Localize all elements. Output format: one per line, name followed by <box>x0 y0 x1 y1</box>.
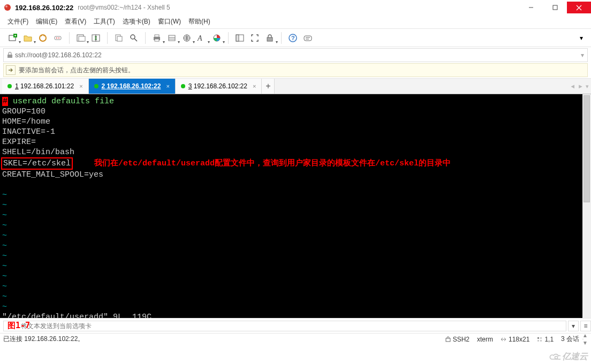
terminal-line: SHELL=/bin/bash <box>2 148 74 157</box>
svg-point-20 <box>131 35 135 39</box>
svg-rect-40 <box>446 338 450 342</box>
language-button[interactable] <box>180 32 193 44</box>
window-title-sub: root@vms002:~/rh124 - Xshell 5 <box>78 4 170 11</box>
help-button[interactable]: ? <box>286 32 299 44</box>
new-session-button[interactable] <box>6 32 19 44</box>
chevron-up-icon[interactable]: ▲ <box>582 333 588 337</box>
tab-close-icon[interactable]: × <box>79 83 82 89</box>
add-tab-button[interactable]: + <box>262 79 275 94</box>
info-bar: 要添加当前会话，点击左侧的箭头按钮。 <box>3 63 588 77</box>
tab-label: 192.168.26.102:22 <box>194 82 247 90</box>
tab-number: 3 <box>188 82 192 90</box>
svg-text:?: ? <box>291 35 295 41</box>
minimize-button[interactable] <box>519 2 543 13</box>
menu-edit[interactable]: 编辑(E) <box>36 17 57 26</box>
status-cursor-pos: 1,1 <box>537 336 554 343</box>
terminal-line: GROUP=100 <box>2 107 46 116</box>
tab-close-icon[interactable]: × <box>253 83 256 89</box>
highlighted-skel-line: SKEL=/etc/skel <box>1 157 73 170</box>
session-tab-3[interactable]: 3 192.168.26.102:22 × <box>176 79 262 94</box>
reconnect-button[interactable] <box>36 32 49 44</box>
svg-rect-16 <box>92 35 96 41</box>
toolbar: A ? ▾ <box>0 29 591 47</box>
menu-tools[interactable]: 工具(T) <box>94 17 115 26</box>
send-options-button[interactable]: ≡ <box>580 321 591 331</box>
status-bar: 已连接 192.168.26.102:22。 SSH2 xterm 118x21… <box>0 333 591 345</box>
terminal-line: CREATE_MAIL_SPOOL=yes <box>2 170 103 179</box>
grid-icon <box>537 337 542 342</box>
session-tab-1[interactable]: 1 192.168.26.101:22 × <box>2 79 89 94</box>
terminal-scrollbar[interactable] <box>582 94 591 318</box>
svg-rect-19 <box>117 36 122 41</box>
tab-label: 192.168.26.102:22 <box>107 82 161 90</box>
terminal-tilde: ~ <box>2 272 7 281</box>
status-size: 118x21 <box>501 336 529 343</box>
window-title-main: 192.168.26.102:22 <box>15 4 73 12</box>
svg-rect-41 <box>537 337 539 339</box>
menu-help[interactable]: 帮助(H) <box>188 17 210 26</box>
svg-rect-33 <box>267 37 272 41</box>
status-dot-icon <box>7 84 12 88</box>
info-bar-text: 要添加当前会话，点击左侧的箭头按钮。 <box>19 66 134 75</box>
address-url: ssh://root@192.168.26.102:22 <box>15 51 102 59</box>
title-bar: 192.168.26.102:22 root@vms002:~/rh124 - … <box>0 0 591 15</box>
terminal-tilde: ~ <box>2 262 7 271</box>
menu-view[interactable]: 查看(V) <box>65 17 86 26</box>
tab-number: 1 <box>15 82 19 90</box>
terminal-tilde: ~ <box>2 221 7 230</box>
copy-button[interactable] <box>112 32 125 44</box>
terminal-tilde: ~ <box>2 241 7 251</box>
color-button[interactable] <box>210 32 223 44</box>
fullscreen-button[interactable] <box>248 32 261 44</box>
svg-rect-24 <box>155 39 159 41</box>
font-button[interactable]: A <box>195 32 208 44</box>
find-button[interactable] <box>127 32 140 44</box>
address-bar[interactable]: ssh://root@192.168.26.102:22 ▾ <box>3 48 588 62</box>
close-button[interactable] <box>567 2 591 13</box>
print-button[interactable] <box>150 32 163 44</box>
menu-tabs[interactable]: 选项卡(B) <box>123 17 150 26</box>
terminal-line: INACTIVE=-1 <box>2 127 55 136</box>
properties-button[interactable] <box>165 32 178 44</box>
svg-point-10 <box>40 35 46 41</box>
maximize-button[interactable] <box>543 2 567 13</box>
lock-icon <box>445 336 451 342</box>
overflow-button[interactable]: ▾ <box>575 32 588 44</box>
menu-file[interactable]: 文件(F) <box>7 17 28 26</box>
session-tab-2[interactable]: 2 192.168.26.102:22 × <box>89 79 176 94</box>
terminal[interactable]: # useradd defaults file GROUP=100 HOME=/… <box>0 94 591 318</box>
terminal-tilde: ~ <box>2 211 7 220</box>
open-button[interactable] <box>21 32 34 44</box>
terminal-tilde: ~ <box>2 201 7 210</box>
svg-rect-25 <box>169 35 175 41</box>
tab-next-icon[interactable]: ► <box>578 83 584 89</box>
sessions-panel-button[interactable] <box>233 32 246 44</box>
send-text-input[interactable] <box>3 321 566 331</box>
terminal-tilde: ~ <box>2 191 7 200</box>
tab-prev-icon[interactable]: ◄ <box>570 83 575 89</box>
add-session-arrow-button[interactable] <box>6 65 16 75</box>
send-bar: 图1-7 ▾ ≡ <box>0 318 591 333</box>
svg-rect-23 <box>155 35 159 37</box>
terminal-tilde: ~ <box>2 292 7 301</box>
svg-rect-43 <box>537 340 539 342</box>
svg-point-12 <box>56 37 57 39</box>
address-dropdown-icon[interactable]: ▾ <box>581 51 587 59</box>
app-icon <box>3 3 12 12</box>
tab-bar: 1 192.168.26.101:22 × 2 192.168.26.102:2… <box>0 78 591 94</box>
svg-rect-44 <box>540 340 542 342</box>
tab-close-icon[interactable]: × <box>166 83 169 89</box>
disconnect-button[interactable] <box>51 32 64 44</box>
send-target-dropdown[interactable]: ▾ <box>568 321 579 331</box>
transfer-button[interactable] <box>89 32 102 44</box>
menu-window[interactable]: 窗口(W) <box>158 17 181 26</box>
compose-button[interactable] <box>301 32 314 44</box>
watermark-text: 亿速云 <box>562 351 588 362</box>
tab-menu-icon[interactable]: ▾ <box>586 83 589 90</box>
lock-button[interactable] <box>263 32 276 44</box>
svg-rect-42 <box>540 337 542 339</box>
menu-bar: 文件(F) 编辑(E) 查看(V) 工具(T) 选项卡(B) 窗口(W) 帮助(… <box>0 15 591 29</box>
status-sessions: 3 会话 ▲ - ▼ <box>561 333 588 345</box>
profiles-button[interactable] <box>74 32 87 44</box>
chevron-down-icon[interactable]: ▼ <box>582 341 588 345</box>
